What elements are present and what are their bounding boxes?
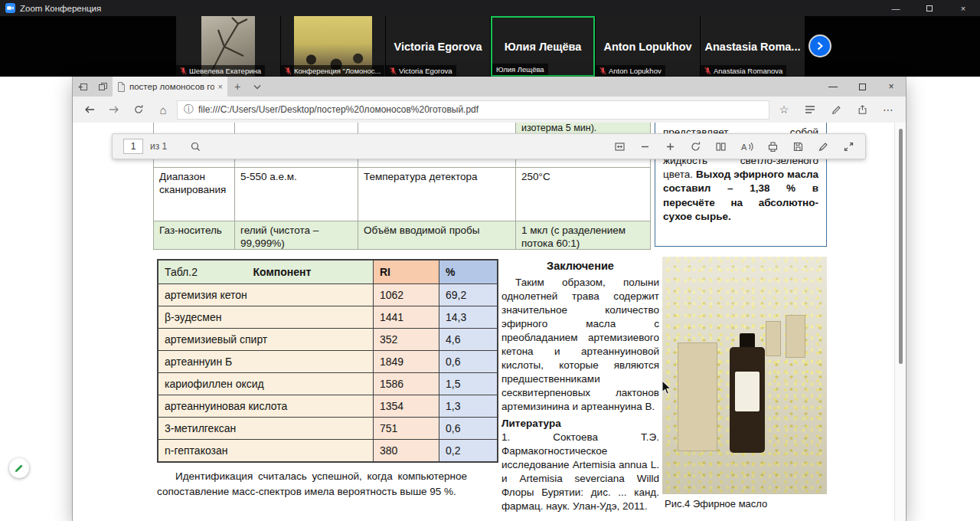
pdf-poster-page: изотерма 5 мин). Диапазон сканирования 5… [73,123,906,521]
fullscreen-icon[interactable] [843,141,854,152]
table-cell: гелий (чистота – 99,999%) [235,221,358,249]
table-cell: 4,6 [439,329,497,350]
table-cell: кариофиллен оксид [158,373,373,395]
conclusion-title: Заключение [501,259,659,274]
page-number-input[interactable]: 1 [123,139,143,154]
zoom-out-icon[interactable] [639,141,651,152]
draw-icon[interactable] [818,141,829,152]
table-cell: 1849 [374,351,439,372]
zoom-maximize-button[interactable] [913,0,946,16]
svg-text:A: A [741,142,747,151]
scrollbar-thumb[interactable] [899,129,903,364]
share-icon[interactable] [851,99,874,120]
read-aloud-icon[interactable]: A [740,141,753,152]
set-tabs-aside-button[interactable] [73,77,93,97]
participant-name: Юлия Лещёва [496,65,544,74]
product-box-small [766,321,781,356]
participant-tiles: Шевелева Екатерина Конференция "Ломонос.… [176,16,805,77]
muted-mic-icon [285,67,292,75]
pdf-toolbar: 1 из 1 A [113,134,865,159]
pdf-toolbar-actions: A [614,141,854,152]
table-cell: 1,5 [439,373,497,395]
page-layout-icon[interactable] [715,141,727,152]
browser-tabbar: постер ломоносов гот... × + — × [73,77,906,97]
back-button[interactable] [79,99,100,120]
search-icon[interactable] [190,141,201,152]
new-tab-button[interactable]: + [227,77,247,97]
table-cell: β-эудесмен [158,306,373,328]
participant-name-chip: Victoria Egorova [386,65,456,77]
participant-tile-anton[interactable]: Anton Lopukhov Anton Lopukhov [596,16,700,77]
muted-mic-icon [704,67,711,75]
chevron-right-icon [816,41,824,51]
components-table: Табл.2 Компонент RI % артемизия кетон 10… [157,259,498,463]
participant-tile-yulia-active-speaker[interactable]: Юлия Лещёва Юлия Лещёва [491,16,595,77]
table-cell: артемизия кетон [158,284,373,306]
tabs-preview-button[interactable] [93,77,113,97]
maximize-icon [859,84,866,90]
table-cell: 352 [374,329,439,350]
edge-window-controls: — × [818,77,906,97]
refresh-button[interactable] [128,99,149,120]
tab-list-chevron-button[interactable] [247,77,267,97]
edge-minimize-button[interactable]: — [818,77,848,97]
participant-name-chip: Конференция "Ломонос... [281,65,384,77]
zoom-video-strip: Шевелева Екатерина Конференция "Ломонос.… [0,16,980,77]
participant-name-chip: Юлия Лещёва [492,64,548,75]
table1-partial-cell: изотерма 5 мин). [516,123,650,134]
participant-tile-conference[interactable]: Конференция "Ломонос... [281,16,385,77]
browser-addressbar: ⌂ ⓘ file:///C:/Users/User/Desktop/постер… [73,97,906,123]
zoom-in-icon[interactable] [665,141,676,152]
add-favorite-star-icon[interactable]: ☆ [773,99,795,120]
conclusion-column: Заключение Таким образом, полыни однолет… [501,259,659,513]
participant-name: Шевелева Екатерина [189,67,261,75]
zoom-minimize-button[interactable]: — [879,0,913,16]
print-icon[interactable] [767,141,779,152]
table-label: Табл.2 [165,266,198,278]
hub-icon[interactable] [799,99,822,120]
annotate-button[interactable] [9,458,29,478]
edge-maximize-button[interactable] [848,77,877,97]
back-arrow-icon [84,105,95,114]
figure-caption: Рис.4 Эфирное масло [665,498,767,510]
page-info-icon[interactable]: ⓘ [184,103,194,116]
participant-name-chip: Шевелева Екатерина [176,65,265,77]
participant-tile-shevelева[interactable]: Шевелева Екатерина [176,16,280,77]
zoom-close-button[interactable]: × [946,0,980,16]
fit-to-page-icon[interactable] [614,141,626,152]
next-participants-button[interactable] [810,36,830,56]
tab-close-icon[interactable]: × [218,82,223,91]
muted-mic-icon [599,67,606,75]
essential-oil-photo [662,257,827,494]
edge-close-button[interactable]: × [877,77,906,97]
browser-tab-active[interactable]: постер ломоносов гот... × [113,77,227,97]
table-cell: артеаннуиновая кислота [158,395,373,417]
rotate-icon[interactable] [690,141,701,152]
literature-title: Литература [501,417,659,431]
conclusion-text: Таким образом, полыни однолетней трава с… [501,276,659,414]
participant-tile-victoria[interactable]: Victoria Egorova Victoria Egorova [386,16,490,77]
participant-tile-anastasia[interactable]: Anastasia Roma... Anastasia Romanova [701,16,805,77]
table-cell: 1,3 [439,395,497,417]
web-note-pen-icon[interactable] [825,99,848,120]
forward-button[interactable] [103,99,125,120]
table-cell: 0,6 [439,418,497,439]
more-options-icon[interactable]: ⋯ [877,99,900,120]
home-button[interactable]: ⌂ [152,99,174,120]
table-cell: Газ-носитель [154,221,234,249]
participant-name: Victoria Egorova [399,67,452,75]
table-cell: Температура детектора [358,168,515,221]
zoom-window-controls: — × [879,0,980,16]
column-header-component: Компонент [198,266,367,278]
participant-name: Anton Lopukhov [609,67,662,75]
table-cell: артемизиевый спирт [158,329,373,350]
identification-note: Идентификация считалась успешной, когда … [157,469,467,499]
shared-screen-desktop: постер ломоносов гот... × + — × [0,77,980,521]
chevron-down-icon [253,84,261,90]
url-field[interactable]: ⓘ file:///C:/Users/User/Desktop/постер%2… [177,100,769,120]
table-cell: 1354 [374,395,439,417]
pdf-scrollbar[interactable] [894,123,906,521]
page-count-label: из 1 [150,141,167,152]
mouse-cursor [662,380,672,395]
save-icon[interactable] [792,141,804,152]
